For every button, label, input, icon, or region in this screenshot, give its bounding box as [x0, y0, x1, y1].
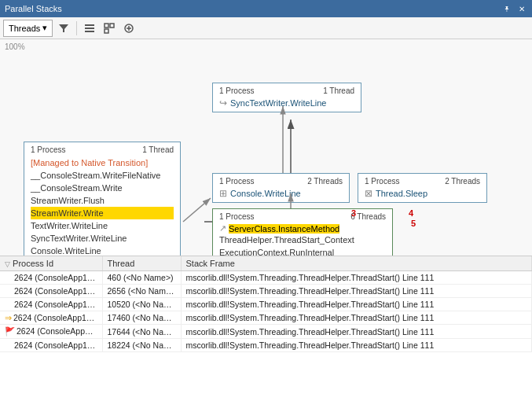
cell-thread: 460 (<No Name>): [102, 271, 181, 285]
box4-method: SyncTextWriter.WriteLine: [230, 98, 326, 108]
table-header: ▽ Process Id Thread Stack Frame: [0, 256, 532, 271]
box3-method: Thread.Sleep: [376, 189, 427, 198]
cell-pid: ⇒2624 (ConsoleApp11.exe): [0, 311, 102, 325]
view-dropdown[interactable]: Threads ▾: [3, 20, 53, 37]
filter-icon: [58, 23, 69, 34]
box5-method-current: ↗ ServerClass.InstanceMethod: [219, 223, 386, 234]
pid-value: 2624 (ConsoleApp11.exe): [14, 340, 102, 350]
box5-method-highlighted: ServerClass.InstanceMethod: [229, 224, 339, 234]
icon-btn-3[interactable]: [120, 20, 138, 37]
box1-thread: 1 Thread: [142, 145, 174, 154]
pid-value: 2624 (ConsoleApp11.exe): [14, 300, 102, 309]
box4-method-row: ↪ SyncTextWriter.WriteLine: [219, 97, 354, 109]
header-thread: Thread: [102, 256, 181, 271]
table-body: 2624 (ConsoleApp11.exe)460 (<No Name>)ms…: [0, 271, 532, 352]
flag-icon: 🚩: [5, 326, 15, 336]
box2-header: 1 Process 2 Threads: [219, 177, 343, 186]
method-item: TextWriter.WriteLine: [31, 219, 174, 232]
table-row[interactable]: 🚩2624 (ConsoleApp11.exe)17644 (<No Name>…: [0, 325, 532, 339]
table-row[interactable]: ⇒2624 (ConsoleApp11.exe)17460 (<No Name>…: [0, 311, 532, 325]
dropdown-label: Threads: [9, 24, 40, 33]
cell-thread: 10520 (<No Name>): [102, 298, 181, 311]
collapse-icon: [104, 23, 115, 34]
cell-thread: 17644 (<No Name>): [102, 325, 181, 339]
stack-box-1: 1 Process 1 Thread [Managed to Native Tr…: [24, 142, 181, 256]
cell-pid: 2624 (ConsoleApp11.exe): [0, 271, 102, 285]
cell-thread: 18224 (<No Name>): [102, 339, 181, 352]
separator-1: [76, 21, 77, 35]
canvas-area[interactable]: 100% 1 Process 1 Thread [Managed to: [0, 39, 532, 256]
label-4: 4: [409, 208, 413, 218]
cell-pid: 2624 (ConsoleApp11.exe): [0, 298, 102, 311]
svg-rect-2: [85, 28, 94, 29]
header-stack-frame: Stack Frame: [181, 256, 532, 271]
box1-header: 1 Process 1 Thread: [31, 145, 174, 154]
table-row[interactable]: 2624 (ConsoleApp11.exe)460 (<No Name>)ms…: [0, 271, 532, 285]
method-item: [Managed to Native Transition]: [31, 156, 174, 169]
box4-thread: 1 Thread: [323, 86, 354, 95]
icon-btn-2[interactable]: [101, 20, 118, 37]
svg-rect-5: [110, 24, 114, 28]
table-row[interactable]: 2624 (ConsoleApp11.exe)18224 (<No Name>)…: [0, 339, 532, 352]
method-item: Console.WriteLine: [31, 245, 174, 256]
title-bar: Parallel Stacks 🖈 ✕: [0, 0, 532, 17]
cell-frame: mscorlib.dll!System.Threading.ThreadHelp…: [181, 325, 532, 339]
close-button[interactable]: ✕: [516, 4, 527, 14]
threads-table: ▽ Process Id Thread Stack Frame 2624 (Co…: [0, 256, 532, 352]
box3-process: 1 Process: [365, 177, 399, 186]
table-row[interactable]: 2624 (ConsoleApp11.exe)10520 (<No Name>)…: [0, 298, 532, 311]
header-process-id: ▽ Process Id: [0, 256, 102, 271]
table-row[interactable]: 2624 (ConsoleApp11.exe)2656 (<No Name>)m…: [0, 285, 532, 298]
box2-process: 1 Process: [219, 177, 254, 186]
stack-box-2: 1 Process 2 Threads ⊞ Console.WriteLine: [212, 173, 350, 203]
method-item: __ConsoleStream.Write: [31, 182, 174, 194]
cell-pid: 2624 (ConsoleApp11.exe): [0, 339, 102, 352]
svg-line-15: [183, 198, 211, 222]
box3-thread: 2 Threads: [445, 177, 480, 186]
pid-value: 2624 (ConsoleApp11.exe): [17, 326, 102, 336]
cell-frame: mscorlib.dll!System.Threading.ThreadHelp…: [181, 339, 532, 352]
box5-icon: ↗: [219, 223, 226, 234]
box2-thread: 2 Threads: [307, 177, 343, 186]
cell-frame: mscorlib.dll!System.Threading.ThreadHelp…: [181, 311, 532, 325]
box5-methods: ↗ ServerClass.InstanceMethod ThreadHelpe…: [219, 223, 386, 256]
title-bar-controls: 🖈 ✕: [501, 4, 527, 14]
window-title: Parallel Stacks: [5, 4, 62, 13]
box2-icon: ⊞: [219, 188, 227, 199]
list-icon: [84, 23, 95, 34]
zoom-label: 100%: [5, 42, 25, 51]
stack-box-5: 1 Process 6 Threads ↗ ServerClass.Instan…: [212, 208, 393, 256]
expand-icon: [123, 23, 134, 34]
cell-frame: mscorlib.dll!System.Threading.ThreadHelp…: [181, 271, 532, 285]
box3-header: 1 Process 2 Threads: [365, 177, 480, 186]
svg-rect-4: [105, 24, 108, 28]
box3-icon: ⊠: [365, 188, 372, 199]
box4-process: 1 Process: [219, 86, 254, 95]
cell-thread: 17460 (<No Name>): [102, 311, 181, 325]
method-item: ExecutionContext.RunInternal: [219, 246, 386, 256]
cell-pid: 🚩2624 (ConsoleApp11.exe): [0, 325, 102, 339]
pin-button[interactable]: 🖈: [501, 4, 513, 14]
bottom-table[interactable]: ▽ Process Id Thread Stack Frame 2624 (Co…: [0, 256, 532, 401]
svg-rect-1: [85, 24, 94, 26]
stack-box-3: 1 Process 2 Threads ⊠ Thread.Sleep: [358, 173, 487, 203]
cell-pid: 2624 (ConsoleApp11.exe): [0, 285, 102, 298]
box1-process: 1 Process: [31, 145, 65, 154]
pid-value: 2624 (ConsoleApp11.exe): [14, 273, 102, 282]
box4-header: 1 Process 1 Thread: [219, 86, 354, 95]
cell-frame: mscorlib.dll!System.Threading.ThreadHelp…: [181, 298, 532, 311]
cell-thread: 2656 (<No Name>): [102, 285, 181, 298]
label-3: 3: [351, 208, 356, 218]
method-item-highlighted: StreamWriter.Write: [31, 207, 174, 219]
box4-icon: ↪: [219, 97, 227, 109]
stack-box-4: 1 Process 1 Thread ↪ SyncTextWriter.Writ…: [212, 83, 361, 112]
filter-button[interactable]: [55, 20, 72, 37]
pid-value: 2624 (ConsoleApp11.exe): [13, 313, 102, 322]
main-area: 100% 1 Process 1 Thread [Managed to: [0, 39, 532, 401]
toolbar: Threads ▾: [0, 17, 532, 39]
icon-btn-1[interactable]: [81, 20, 98, 37]
method-item: SyncTextWriter.WriteLine: [31, 232, 174, 245]
cell-frame: mscorlib.dll!System.Threading.ThreadHelp…: [181, 285, 532, 298]
box5-header: 1 Process 6 Threads: [219, 212, 386, 221]
box3-method-row: ⊠ Thread.Sleep: [365, 188, 480, 199]
